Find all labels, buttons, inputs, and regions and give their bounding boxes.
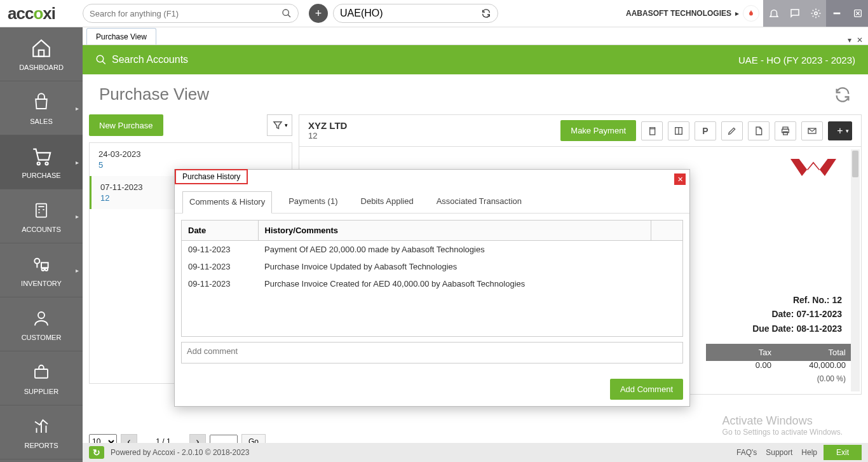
windows-watermark: Activate Windows Go to Settings to activ… [722, 414, 843, 437]
chevron-down-icon: ▾ [285, 122, 288, 128]
tab-strip: Purchase View ▾ ✕ [83, 27, 868, 45]
svg-point-9 [45, 162, 48, 165]
book-icon[interactable] [668, 121, 689, 140]
bag-icon [30, 91, 53, 114]
edit-icon[interactable] [721, 121, 743, 140]
scrollbar[interactable] [851, 149, 860, 391]
svg-point-2 [814, 12, 817, 15]
location-selector[interactable]: UAE(HO) [333, 4, 498, 23]
flame-icon[interactable] [743, 5, 759, 22]
col-history: History/Comments [258, 221, 651, 241]
chevron-right-icon: ▸ [76, 267, 79, 274]
system-icons [763, 0, 868, 27]
topbar: accoxi + UAE(HO) AABASOFT TECHNOLOGIES ▸ [0, 0, 868, 27]
cart-icon [30, 145, 53, 168]
svg-rect-3 [834, 13, 839, 13]
page-header: Purchase View [83, 74, 868, 114]
comment-input[interactable] [181, 342, 683, 363]
close-window-icon[interactable] [847, 0, 868, 27]
chat-icon[interactable] [784, 0, 805, 27]
exit-button[interactable]: Exit [824, 445, 862, 460]
page-title: Purchase View [99, 85, 209, 104]
add-button[interactable]: + [309, 4, 328, 23]
global-search[interactable] [83, 4, 299, 23]
table-row: 09-11-2023Purchase Invoice Updated by Aa… [182, 258, 682, 275]
copy-icon[interactable] [641, 121, 663, 140]
context-bar: Search Accounts UAE - HO (FY 2023 - 2023… [83, 45, 868, 74]
calculator-icon [30, 199, 53, 222]
company-chevron-icon: ▸ [735, 9, 739, 18]
pdf-icon[interactable] [748, 121, 770, 140]
svg-rect-20 [35, 369, 48, 378]
refresh-icon [481, 8, 491, 18]
purchase-history-modal: Purchase History ✕ Comments & History Pa… [174, 169, 690, 407]
sidebar-item-accounts[interactable]: ACCOUNTS▸ [0, 189, 83, 243]
powered-by: Powered by Accoxi - 2.0.10 © 2018-2023 [111, 448, 249, 457]
support-link[interactable]: Support [766, 448, 792, 457]
logo: accoxi [0, 4, 83, 24]
chevron-right-icon: ▸ [76, 159, 79, 166]
svg-point-0 [283, 10, 288, 15]
modal-tabs: Comments & History Payments (1) Debits A… [175, 170, 689, 214]
mail-icon[interactable] [801, 121, 823, 140]
reference-block: Ref. No.: 12 Date: 07-11-2023 Due Date: … [752, 293, 842, 336]
tab-dropdown-icon[interactable]: ▾ [848, 36, 851, 44]
tab-payments[interactable]: Payments (1) [282, 191, 344, 213]
detail-header: XYZ LTD 12 Make Payment P + [299, 114, 862, 147]
svg-point-19 [38, 312, 44, 318]
tab-comments-history[interactable]: Comments & History [182, 191, 272, 214]
svg-rect-7 [39, 50, 44, 57]
minimize-icon[interactable] [826, 0, 847, 27]
sidebar-item-reports[interactable]: REPORTS [0, 405, 83, 459]
location-label: UAE(HO) [340, 8, 383, 19]
sidebar-item-inventory[interactable]: INVENTORY▸ [0, 243, 83, 297]
supplier-no: 12 [308, 131, 347, 140]
filter-button[interactable]: ▾ [267, 114, 292, 136]
svg-point-8 [37, 162, 40, 165]
tab-associated[interactable]: Associated Transaction [430, 191, 528, 213]
supplier-name: XYZ LTD [308, 120, 347, 131]
history-table: Date History/Comments 09-11-2023Payment … [181, 220, 683, 337]
svg-rect-10 [36, 204, 46, 217]
tab-debits[interactable]: Debits Applied [355, 191, 420, 213]
supplier-logo [785, 153, 842, 185]
sync-icon[interactable] [834, 86, 851, 104]
search-accounts-link[interactable]: Search Accounts [112, 54, 188, 65]
search-icon [281, 8, 292, 18]
make-payment-button[interactable]: Make Payment [560, 120, 636, 141]
inventory-icon [30, 253, 53, 276]
bell-icon[interactable] [763, 0, 784, 27]
svg-point-17 [42, 268, 44, 271]
close-icon[interactable]: ✕ [674, 173, 686, 185]
table-row: 09-11-2023Payment Of AED 20,000.00 made … [182, 241, 682, 258]
sidebar-item-dashboard[interactable]: DASHBOARD [0, 27, 83, 81]
svg-point-24 [97, 55, 104, 62]
sidebar-item-sales[interactable]: SALES▸ [0, 81, 83, 135]
add-comment-button[interactable]: Add Comment [610, 379, 683, 400]
svg-line-25 [102, 61, 105, 64]
new-purchase-button[interactable]: New Purchase [89, 114, 163, 136]
gear-icon[interactable] [805, 0, 826, 27]
sidebar-item-purchase[interactable]: PURCHASE▸ [0, 135, 83, 189]
search-icon [95, 54, 107, 65]
modal-title: Purchase History [175, 169, 248, 184]
chevron-right-icon: ▸ [76, 105, 79, 112]
sidebar-item-supplier[interactable]: SUPPLIER [0, 351, 83, 405]
print-icon[interactable] [775, 121, 796, 140]
svg-line-1 [288, 15, 290, 17]
sidebar: DASHBOARD SALES▸ PURCHASE▸ ACCOUNTS▸ INV… [0, 27, 83, 462]
tab-purchase-view[interactable]: Purchase View [86, 28, 156, 44]
more-button[interactable]: + [828, 121, 852, 140]
help-link[interactable]: Help [801, 448, 817, 457]
svg-rect-26 [650, 128, 655, 134]
faq-link[interactable]: FAQ's [736, 448, 757, 457]
tax-percent: (0.00 %) [808, 374, 846, 383]
search-input[interactable] [90, 9, 281, 18]
col-date: Date [182, 221, 258, 241]
chart-icon [30, 415, 53, 438]
p-icon[interactable]: P [695, 121, 716, 140]
col-blank [651, 221, 682, 241]
sidebar-item-customer[interactable]: CUSTOMER [0, 297, 83, 351]
tab-close-icon[interactable]: ✕ [857, 36, 863, 44]
company-name[interactable]: AABASOFT TECHNOLOGIES [626, 9, 731, 18]
